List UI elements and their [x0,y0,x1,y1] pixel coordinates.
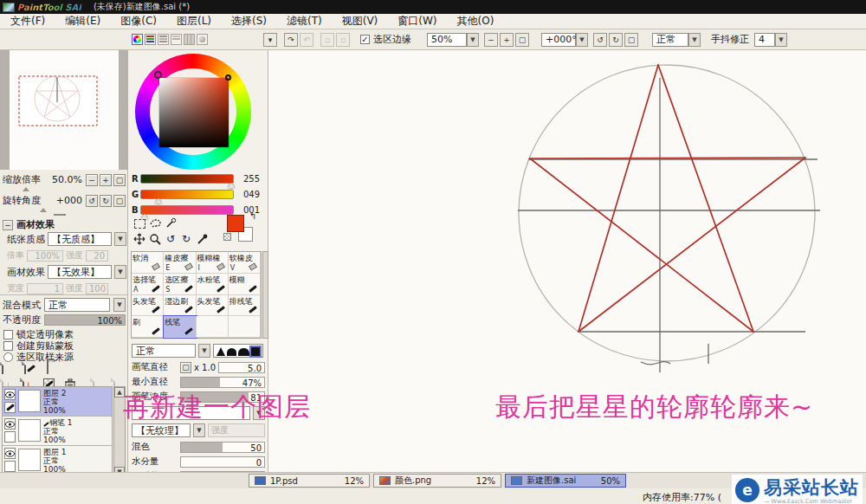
paper-texture-dropdown-button[interactable]: ▼ [114,232,126,246]
menu-image[interactable]: 图像(C) [120,14,157,29]
brush-grid-scrollbar[interactable] [262,251,268,339]
tip-square-icon-selected[interactable] [251,347,260,356]
menu-others[interactable]: 其他(O) [457,14,494,29]
material-effect-dropdown-button[interactable]: ▼ [114,265,126,279]
nav-rotate-cw-button[interactable]: ↻ [100,195,112,207]
brush-select-eraser[interactable]: 选区擦S [164,274,196,295]
layer-row-pen1[interactable]: 钢笔 1 正常 100% [3,417,112,446]
brush-hatching-pen[interactable]: 排线笔 [229,295,261,317]
tab-color-png[interactable]: 颜色.png 12% [373,474,501,488]
layer-row-1[interactable]: 图层 1 正常 100% [3,446,112,475]
brush-texture-select[interactable]: 【无纹理】 [132,423,191,437]
menu-window[interactable]: 窗口(W) [397,14,436,29]
tip-triangle-icon[interactable] [216,347,225,356]
flip-view-tool[interactable]: ↻ [178,232,194,246]
swatches-panel-toggle[interactable] [184,34,195,45]
brush-size-unit-button[interactable]: ▢ [180,362,191,373]
stabilizer-value-box[interactable]: 4 [754,33,775,47]
menu-file[interactable]: 文件(F) [10,14,45,29]
lock-alpha-checkbox[interactable] [3,330,13,339]
hue-ring-cursor-2[interactable] [225,74,231,81]
selection-source-radio[interactable] [3,352,13,362]
brush-empty-slot[interactable] [197,316,229,338]
scratchpad-panel-toggle[interactable] [197,34,208,45]
paper-texture-select[interactable]: 【无质感】 [48,232,112,246]
paint-mode-box[interactable]: 正常 [652,33,688,47]
menu-view[interactable]: 视图(V) [342,14,378,29]
b-slider[interactable] [140,205,234,215]
layer-opacity-slider[interactable]: 100% [44,314,126,326]
layer-paint-target-toggle[interactable] [4,402,16,413]
undo-button-disabled[interactable]: ↶ [300,33,313,47]
rect-select-tool[interactable] [132,216,147,230]
layer-visibility-toggle[interactable] [4,389,16,400]
zoom-dropdown-button[interactable]: ▼ [467,33,479,47]
menu-edit[interactable]: 编辑(E) [65,14,100,29]
zoom-tool[interactable] [147,232,163,246]
layer-blend-select[interactable]: 正常 [44,298,110,312]
brush-size-slider[interactable]: 5.0 [218,362,265,373]
rotate-cw-button[interactable]: ↻ [609,33,623,47]
tip-flat-icon[interactable] [238,348,249,356]
angle-dropdown-button[interactable]: ▼ [576,33,588,47]
layer-row-2[interactable]: 图层 2 正常 100% [3,387,112,417]
brush-select-pen[interactable]: 选择笔A [132,274,164,295]
brush-soft-rubber[interactable]: 软橡皮V [229,252,261,274]
brush-eraser[interactable]: 橡皮擦E [164,252,196,274]
menu-filter[interactable]: 滤镜(T) [287,14,322,29]
move-tool[interactable] [132,232,147,246]
g-slider[interactable] [140,190,234,199]
menu-layer[interactable]: 图层(L) [177,14,211,29]
brush-mode-dropdown-button[interactable]: ▼ [198,344,210,358]
paint-mode-dropdown-button[interactable]: ▼ [688,33,701,47]
hue-ring-cursor[interactable] [154,71,162,79]
material-collapse-button[interactable]: − [3,220,13,230]
brush-tip-shape-box[interactable] [213,344,263,358]
layer-blend-dropdown-button[interactable]: ▼ [113,298,126,312]
rotate-ccw-button[interactable]: ↺ [593,33,607,47]
layer-visibility-toggle[interactable] [4,418,16,430]
new-layer-button[interactable] [2,362,16,375]
transparent-color-button[interactable] [223,233,231,241]
navigator-panel[interactable] [0,50,128,170]
tab-new-image-sai[interactable]: 新建图像.sai 50% [505,474,626,488]
brush-blur-eraser[interactable]: 模糊橡I [197,252,229,274]
zoom-slider-handle[interactable] [23,187,29,191]
selection-edge-checkbox[interactable]: ✓ [360,35,370,44]
brush-empty-slot[interactable] [229,316,261,338]
rotate-view-tool[interactable]: ↺ [163,232,178,246]
tab-1p-psd[interactable]: 1P.psd 12% [249,474,370,488]
layer-mask-button[interactable] [112,362,126,375]
deselect-button-disabled[interactable]: ▫ [320,33,334,47]
zoom-reset-button[interactable]: ▢ [515,33,529,47]
color-wheel-panel-toggle[interactable] [132,34,143,45]
blend-amount-slider[interactable]: 50 [180,442,265,453]
rgb-panel-toggle[interactable] [145,34,156,45]
hsv-panel-toggle[interactable] [158,34,169,45]
layer-paint-target-toggle[interactable] [4,431,16,443]
invert-selection-button-disabled[interactable]: ▫ [336,33,350,47]
brush-hair-pen-1[interactable]: 头发笔 [132,295,164,317]
redo-button[interactable]: ↷ [284,33,298,47]
new-folder-button[interactable] [47,362,61,375]
material-effect-select[interactable]: 【无效果】 [48,265,112,279]
lasso-tool[interactable] [147,216,163,230]
saturation-value-square[interactable] [159,78,229,147]
brush-wet-edge[interactable]: 湿边刷 [164,295,196,317]
nav-zoom-reset-button[interactable]: ▢ [113,174,126,186]
brush-line-pen-selected[interactable]: 线笔 [164,316,196,338]
layer-paint-target-toggle[interactable] [4,461,16,472]
swap-colors-button[interactable]: ↰ [249,211,256,221]
r-slider[interactable] [140,174,234,184]
brush-brush[interactable]: 刷 [132,316,164,338]
layer-visibility-toggle[interactable] [4,448,16,459]
min-size-slider[interactable]: 47% [180,377,265,388]
nav-zoom-out-button[interactable]: − [86,174,98,186]
nav-zoom-in-button[interactable]: + [100,174,112,186]
zoom-value-box[interactable]: 50% [427,33,467,47]
stabilizer-dropdown-button[interactable]: ▼ [775,33,787,47]
navigator-preview[interactable] [0,50,128,170]
zoom-out-button[interactable]: − [484,33,498,47]
zoom-in-button[interactable]: + [500,33,514,47]
foreground-color-swatch[interactable] [227,215,244,232]
